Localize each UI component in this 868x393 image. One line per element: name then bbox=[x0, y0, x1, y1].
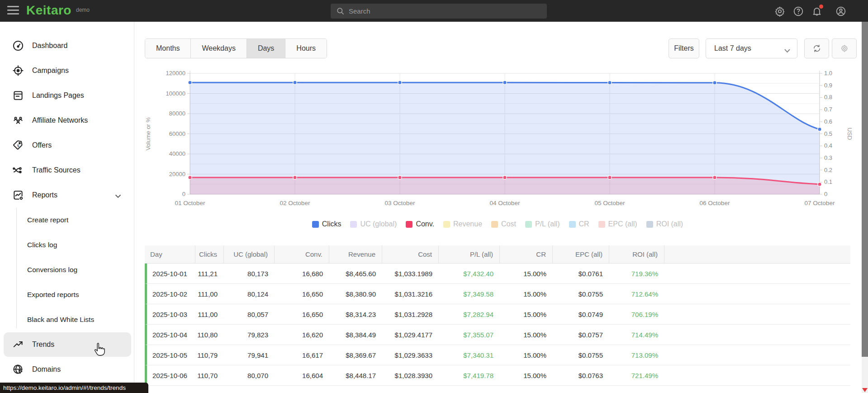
search-icon bbox=[336, 7, 345, 15]
svg-text:20000: 20000 bbox=[169, 171, 185, 177]
sidebar-subitem-black-and-white-lists[interactable]: Black and White Lists bbox=[27, 307, 129, 332]
legend-item-cr[interactable]: CR bbox=[569, 220, 589, 228]
table-header-row: DayClicksUC (global)Conv.RevenueCostP/L … bbox=[145, 245, 850, 264]
cell-conv-: 16,650 bbox=[275, 304, 329, 324]
keitaro-logo[interactable]: Keitaro bbox=[26, 3, 71, 18]
filters-button[interactable]: Filters bbox=[669, 38, 699, 58]
date-range-select[interactable]: Last 7 days bbox=[706, 38, 797, 58]
notifications-icon[interactable] bbox=[811, 6, 822, 17]
cell-revenue: $8,448.17 bbox=[329, 365, 382, 385]
sidebar-item-affiliate-networks[interactable]: Affiliate Networks bbox=[4, 108, 131, 133]
sidebar: DashboardCampaignsLandings PagesAffiliat… bbox=[0, 22, 134, 393]
sidebar-item-campaigns[interactable]: Campaigns bbox=[4, 58, 131, 83]
sidebar-item-trends[interactable]: Trends bbox=[4, 332, 131, 357]
scrollbar-thumb[interactable] bbox=[862, 22, 868, 357]
svg-text:0.2: 0.2 bbox=[824, 167, 832, 173]
svg-text:07 October: 07 October bbox=[805, 200, 835, 206]
svg-text:100000: 100000 bbox=[166, 90, 185, 97]
legend-item-epc-all-[interactable]: EPC (all) bbox=[598, 220, 637, 228]
svg-text:01 October: 01 October bbox=[175, 200, 205, 206]
sidebar-subitem-create-report[interactable]: Create report bbox=[27, 208, 129, 232]
subitems-guide-line bbox=[16, 208, 17, 328]
cell-epc-all-: $0.0761 bbox=[553, 264, 609, 283]
help-icon[interactable] bbox=[793, 6, 804, 17]
cell-revenue: $8,314.23 bbox=[329, 304, 382, 324]
sidebar-item-label: Offers bbox=[32, 141, 52, 149]
chevron-down-icon[interactable] bbox=[115, 192, 121, 200]
tab-months[interactable]: Months bbox=[145, 39, 191, 58]
svg-text:Volume or %: Volume or % bbox=[145, 117, 152, 150]
legend-label: ROI (all) bbox=[656, 220, 683, 228]
cell-cost: $1,029.4177 bbox=[382, 325, 439, 345]
cell-cost: $1,029.3633 bbox=[382, 345, 439, 365]
svg-text:USD: USD bbox=[846, 128, 853, 140]
svg-text:120000: 120000 bbox=[166, 70, 185, 77]
tab-hours[interactable]: Hours bbox=[285, 39, 327, 58]
legend-item-conv-[interactable]: Conv. bbox=[406, 220, 434, 228]
search-input[interactable] bbox=[349, 4, 543, 19]
sidebar-item-reports[interactable]: Reports bbox=[4, 183, 131, 207]
sidebar-item-domains[interactable]: Domains bbox=[4, 357, 131, 382]
chart-settings-button[interactable] bbox=[832, 38, 857, 58]
sidebar-item-traffic-sources[interactable]: Traffic Sources bbox=[4, 158, 131, 182]
sidebar-subitem-exported-reports[interactable]: Exported reports bbox=[27, 283, 129, 307]
legend-item-roi-all-[interactable]: ROI (all) bbox=[646, 220, 683, 228]
menu-toggle-icon[interactable] bbox=[7, 6, 19, 16]
cell-revenue: $8,465.60 bbox=[329, 264, 382, 283]
cell-p-l-all-: $7,282.94 bbox=[439, 304, 500, 324]
legend-label: Revenue bbox=[453, 220, 482, 228]
cell-uc-global-: 79,941 bbox=[224, 345, 275, 365]
cell-cost: $1,028.3930 bbox=[382, 365, 439, 385]
legend-item-p-l-all-[interactable]: P/L (all) bbox=[525, 220, 560, 228]
svg-text:04 October: 04 October bbox=[490, 200, 520, 206]
cell-day: 2025-10-04 bbox=[147, 325, 195, 345]
sidebar-item-label: Dashboard bbox=[32, 42, 67, 50]
refresh-button[interactable] bbox=[804, 38, 829, 58]
legend-item-uc-global-[interactable]: UC (global) bbox=[350, 220, 397, 228]
sidebar-item-offers[interactable]: $Offers bbox=[4, 133, 131, 158]
sidebar-item-dashboard[interactable]: Dashboard bbox=[4, 34, 131, 58]
settings-icon[interactable] bbox=[774, 6, 785, 17]
legend-label: Cost bbox=[501, 220, 516, 228]
sidebar-item-label: Reports bbox=[32, 191, 57, 199]
cell-uc-global-: 44,457 bbox=[224, 386, 275, 393]
tab-weekdays[interactable]: Weekdays bbox=[191, 39, 247, 58]
sidebar-subitem-conversions-log[interactable]: Conversions log bbox=[27, 258, 129, 282]
status-bar-url: https://demo.keitaro.io/admin/#!/trends/… bbox=[0, 383, 148, 393]
cell-roi-all-: 712.64% bbox=[609, 284, 664, 304]
account-icon[interactable] bbox=[835, 6, 846, 17]
sidebar-subitem-label: Clicks log bbox=[27, 241, 57, 249]
tab-days[interactable]: Days bbox=[247, 39, 285, 58]
sidebar-item-landings-pages[interactable]: Landings Pages bbox=[4, 83, 131, 108]
sidebar-item-label: Domains bbox=[32, 365, 61, 374]
cell-revenue: $8,369.67 bbox=[329, 345, 382, 365]
column-header-day: Day bbox=[145, 245, 195, 263]
svg-text:0.3: 0.3 bbox=[824, 154, 832, 161]
cell-revenue: $8,380.90 bbox=[329, 284, 382, 304]
cell-conv-: 9,648 bbox=[275, 386, 329, 393]
table-row-2025-10-04: 2025-10-04110,8079,82316,620$8,384.49$1,… bbox=[145, 325, 850, 345]
cell-day: 2025-10-06 bbox=[147, 365, 195, 385]
cell-uc-global-: 79,823 bbox=[224, 325, 275, 345]
granularity-tabs: MonthsWeekdaysDaysHours bbox=[145, 38, 327, 58]
cell-roi-all-: 564.79% bbox=[609, 386, 664, 393]
legend-swatch bbox=[312, 221, 319, 228]
cell-roi-all-: 706.19% bbox=[609, 304, 664, 324]
refresh-icon bbox=[812, 44, 821, 53]
cell-epc-all-: $0.0763 bbox=[553, 365, 609, 385]
cell-roi-all-: 714.49% bbox=[609, 325, 664, 345]
legend-item-revenue[interactable]: Revenue bbox=[443, 220, 482, 228]
legend-label: P/L (all) bbox=[535, 220, 560, 228]
cell-clicks: 64,48 bbox=[195, 386, 224, 393]
cell-cost: $737.6030 bbox=[382, 386, 439, 393]
cell-day: 2025-10-03 bbox=[147, 304, 195, 324]
legend-item-cost[interactable]: Cost bbox=[491, 220, 516, 228]
cell-p-l-all-: $7,340.31 bbox=[439, 345, 500, 365]
svg-text:0.6: 0.6 bbox=[824, 118, 832, 125]
cell-cr: 15.00% bbox=[500, 345, 553, 365]
sidebar-subitem-clicks-log[interactable]: Clicks log bbox=[27, 233, 129, 257]
svg-text:0.8: 0.8 bbox=[824, 94, 832, 101]
svg-text:02 October: 02 October bbox=[280, 200, 310, 206]
legend-item-clicks[interactable]: Clicks bbox=[312, 220, 342, 228]
cell-cr: 15.00% bbox=[500, 386, 553, 393]
